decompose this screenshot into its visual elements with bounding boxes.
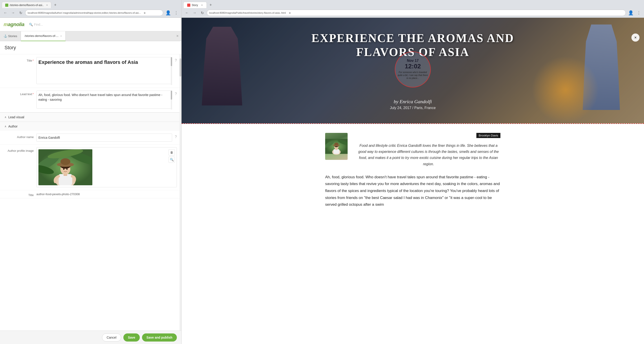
hero-section: EXPERIENCE THE AROMAS AND FLAVORS OF ASI… xyxy=(182,18,644,123)
search-placeholder: Find... xyxy=(34,23,43,26)
tab-favicon xyxy=(5,4,8,7)
preview-url-text: localhost:8080/magnoliaPublic/travel/sto… xyxy=(209,12,286,14)
zoom-icon: 🔍 xyxy=(170,158,174,161)
back-button[interactable]: ← xyxy=(2,10,8,16)
preview-tab-favicon xyxy=(187,4,190,7)
scrollbar-thumb xyxy=(180,59,181,77)
preview-close-button[interactable]: × xyxy=(632,34,640,42)
tab-label: /stories-demo/flavors-of-asi... xyxy=(10,4,44,7)
article-body-text: Ah, food, glorious food. Who doesn't hav… xyxy=(325,174,500,208)
author-avatar-svg xyxy=(325,133,348,160)
tab-close[interactable]: × xyxy=(46,3,48,7)
url-text: localhost:8080/magnoliaAuthor/.magnolia/… xyxy=(28,12,141,14)
image-zoom-button[interactable]: 🔍 xyxy=(168,156,175,163)
author-avatar-image xyxy=(325,133,348,160)
article-body: Brooklyn Davis Food and lifestyle critic… xyxy=(312,124,514,217)
preview-bookmark-icon[interactable]: ★ xyxy=(288,11,291,15)
stories-nav-tab[interactable]: ⚓ Stories xyxy=(0,31,21,41)
stories-icon: ⚓ xyxy=(4,35,7,38)
preview-address-bar[interactable]: localhost:8080/magnoliaPublic/travel/sto… xyxy=(207,10,626,16)
image-action-buttons: 🗑 🔍 xyxy=(168,149,175,163)
search-icon: 🔍 xyxy=(29,23,33,26)
hero-date-location: July 24, 2017 / Paris, France xyxy=(182,106,644,110)
author-section-header[interactable]: ∧ Author xyxy=(0,122,181,131)
author-image-svg xyxy=(38,149,92,185)
preview-content: EXPERIENCE THE AROMAS AND FLAVORS OF ASI… xyxy=(182,18,644,344)
lead-text-textarea[interactable]: Ah, food, glorious food. Who doesn't hav… xyxy=(36,91,172,109)
reload-button[interactable]: ↻ xyxy=(18,10,24,16)
cancel-button[interactable]: Cancel xyxy=(102,333,121,341)
lead-visual-arrow: ∧ xyxy=(4,116,6,119)
title-scroll[interactable] xyxy=(171,57,172,85)
preview-panel: Story × + ← → ↻ localhost:8080/magnoliaP… xyxy=(182,0,644,344)
image-title-row: Title author-food-pexels-photo-270308 xyxy=(0,190,181,198)
preview-browser-tab[interactable]: Story × xyxy=(183,2,207,8)
author-card-name: Brooklyn Davis xyxy=(476,133,500,138)
preview-forward-button[interactable]: → xyxy=(192,10,198,16)
delete-icon: 🗑 xyxy=(170,151,173,154)
editor-scrollbar[interactable] xyxy=(180,54,181,330)
lead-visual-section[interactable]: ∧ Lead visual xyxy=(0,112,181,122)
sunset-glow xyxy=(532,56,599,123)
author-name-field-wrapper xyxy=(36,134,172,142)
author-section-content: Author name ? Author profile image xyxy=(0,131,181,198)
title-label: Title* xyxy=(4,57,34,62)
menu-dots[interactable]: ⋮ xyxy=(173,10,179,16)
author-name-help-icon[interactable]: ? xyxy=(175,134,177,139)
lead-text-label: Lead text* xyxy=(4,91,34,96)
lead-visual-label: Lead visual xyxy=(8,115,24,119)
author-profile-image-wrapper: 🗑 🔍 xyxy=(36,147,177,187)
author-profile-image-row: Author profile image xyxy=(0,145,181,190)
circle-text: For someone who's traveled quite a bit, … xyxy=(395,70,430,81)
new-tab-button[interactable]: + xyxy=(52,2,58,8)
save-button[interactable]: Save xyxy=(123,333,140,341)
preview-tab-close[interactable]: × xyxy=(201,3,203,7)
svg-point-11 xyxy=(60,158,70,165)
active-story-tab[interactable]: /stories-demo/flavors-of-... × xyxy=(21,31,66,41)
title-textarea[interactable]: Experience the aromas and flavors of Asi… xyxy=(36,57,172,84)
image-delete-button[interactable]: 🗑 xyxy=(168,149,175,156)
lead-text-help-icon[interactable]: ? xyxy=(175,91,177,96)
circle-time: 12:02 xyxy=(405,63,421,70)
circle-date: Nov 17 xyxy=(407,59,418,63)
editor-browser-tab[interactable]: /stories-demo/flavors-of-asi... × xyxy=(2,2,51,8)
preview-menu-dots[interactable]: ⋮ xyxy=(636,10,642,16)
lead-text-field-row: Lead text* Ah, food, glorious food. Who … xyxy=(0,88,181,112)
author-card-header: Brooklyn Davis xyxy=(356,133,500,138)
author-section-arrow: ∧ xyxy=(4,125,6,128)
address-bar[interactable]: localhost:8080/magnoliaAuthor/.magnolia/… xyxy=(25,10,163,16)
author-profile-area: Brooklyn Davis Food and lifestyle critic… xyxy=(325,133,500,167)
image-title-label-cell: Title xyxy=(4,192,34,197)
story-form-area: Story Title* Experience the aromas and f… xyxy=(0,41,181,330)
bookmark-icon[interactable]: ★ xyxy=(143,11,146,15)
author-profile-image-label: Author profile image xyxy=(4,147,34,152)
author-section-label: Author xyxy=(8,125,18,128)
active-tab-close[interactable]: × xyxy=(60,35,62,37)
hero-author: by Enrica Gandolfi xyxy=(182,99,644,105)
preview-tab-label: Story xyxy=(192,4,198,7)
author-name-input[interactable] xyxy=(36,134,172,142)
search-bar[interactable]: 🔍 Find... xyxy=(29,23,43,26)
magnolia-logo: magnolia xyxy=(4,22,24,28)
svg-point-25 xyxy=(337,147,338,148)
preview-new-tab-button[interactable]: + xyxy=(208,2,214,8)
forward-button[interactable]: → xyxy=(10,10,16,16)
hero-circle-overlay: Nov 17 12:02 For someone who's traveled … xyxy=(395,52,431,88)
image-container: 🗑 🔍 xyxy=(36,147,177,187)
title-field-wrapper: Experience the aromas and flavors of Asi… xyxy=(36,57,172,85)
user-icon[interactable]: 👤 xyxy=(164,10,172,16)
title-help-icon[interactable]: ? xyxy=(175,57,177,63)
preview-back-button[interactable]: ← xyxy=(184,10,190,16)
preview-reload-button[interactable]: ↻ xyxy=(199,10,206,16)
save-publish-button[interactable]: Save and publish xyxy=(142,333,177,341)
magnolia-header: magnolia 🔍 Find... xyxy=(0,18,181,31)
author-info-wrapper: Brooklyn Davis Food and lifestyle critic… xyxy=(356,133,500,167)
close-panel-btn[interactable]: × xyxy=(174,34,181,39)
editor-panel: /stories-demo/flavors-of-asi... × + ← → … xyxy=(0,0,182,344)
image-title-label: Title xyxy=(28,193,34,197)
lead-text-field-wrapper: Ah, food, glorious food. Who doesn't hav… xyxy=(36,91,172,110)
lead-scroll[interactable] xyxy=(171,91,172,110)
hero-byline: by Enrica Gandolfi July 24, 2017 / Paris… xyxy=(182,99,644,110)
author-bio: Food and lifestyle critic Enrica Gandolf… xyxy=(356,140,500,167)
preview-user-icon[interactable]: 👤 xyxy=(627,10,634,16)
